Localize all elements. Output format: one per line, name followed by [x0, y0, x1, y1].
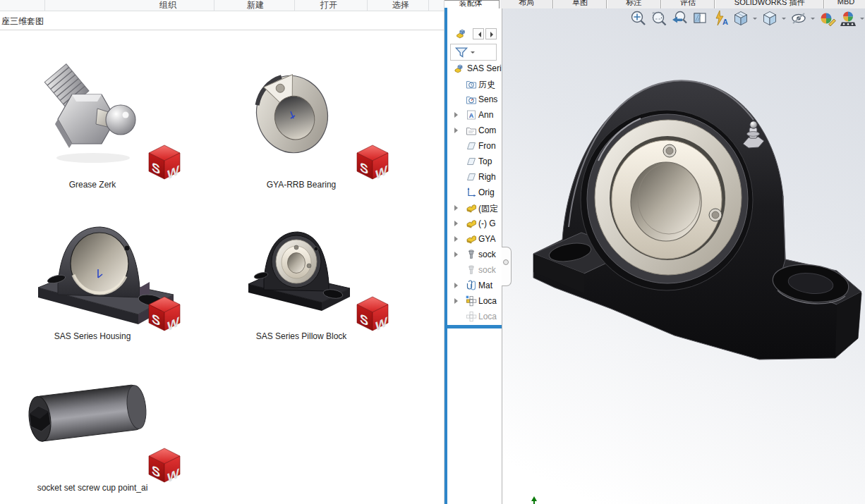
filter-funnel-icon [454, 46, 468, 59]
solidworks-file-badge: S W [147, 296, 182, 331]
tree-item-history[interactable]: 历史 [447, 76, 502, 92]
tree-item-right-plane[interactable]: Righ [447, 169, 502, 185]
set-screw-thumbnail [24, 364, 154, 464]
select-menu[interactable]: 选择 [392, 0, 409, 11]
pattern-icon [466, 311, 477, 322]
tree-item-annotations[interactable]: A Ann [447, 107, 502, 123]
toolbar-separator [428, 0, 429, 11]
reference-triad-icon [526, 496, 542, 504]
comments-folder-icon [466, 125, 477, 136]
tree-item-top-plane[interactable]: Top [447, 154, 502, 169]
file-name: SAS Series Housing [0, 331, 191, 341]
screw-icon [466, 249, 477, 260]
previous-view-icon[interactable] [670, 9, 689, 27]
bearing-thumbnail [251, 68, 334, 158]
assembly-icon [455, 27, 468, 39]
pillow-block-3d-model [505, 55, 865, 386]
tab-mbd[interactable]: MBD [824, 0, 865, 8]
open-menu[interactable]: 打开 [320, 0, 337, 11]
tree-filter[interactable] [450, 44, 497, 61]
tab-solidworks-addins[interactable]: SOLIDWORKS 插件 [715, 0, 824, 8]
apply-scene-icon[interactable] [839, 9, 857, 27]
tree-item-fixed-component[interactable]: (固定 [447, 200, 502, 216]
solidworks-file-badge: S W [147, 145, 182, 180]
svg-text:A: A [722, 18, 728, 26]
organize-menu[interactable]: 组织 [159, 0, 176, 11]
tree-item-gya-component[interactable]: GYA [447, 231, 502, 247]
tree-item-local-pattern-suppressed[interactable]: Loca [447, 309, 502, 324]
tree-tab-next-button[interactable] [485, 28, 497, 39]
tree-item-origin[interactable]: Orig [447, 185, 502, 200]
tab-sketch[interactable]: 草图 [553, 0, 607, 8]
expand-arrow-icon[interactable] [454, 236, 461, 242]
section-view-icon[interactable] [691, 9, 709, 27]
solidworks-file-badge: S W [147, 448, 182, 483]
view-orientation-dropdown[interactable] [752, 9, 758, 27]
hide-show-items-dropdown[interactable] [810, 9, 816, 27]
tree-item-socket-screw-suppressed[interactable]: sock [447, 262, 502, 278]
assembly-icon [454, 63, 465, 74]
heads-up-view-toolbar: A [629, 9, 865, 27]
hide-show-items-icon[interactable] [790, 9, 808, 27]
annotations-icon: A [466, 109, 477, 121]
flyout-grip-icon [503, 259, 509, 265]
screw-icon [466, 264, 477, 276]
tree-item-assembly-root[interactable]: SAS Seri [447, 61, 502, 76]
file-name: socket set screw cup point_ai [0, 483, 191, 493]
folder-header: 座三维套图 [0, 11, 444, 30]
expand-arrow-icon[interactable] [454, 112, 461, 118]
annotation-views-icon[interactable]: A [711, 9, 730, 27]
solidworks-window: 装配体 布局 草图 标注 评估 SOLIDWORKS 插件 MBD [444, 0, 865, 504]
file-name: Grease Zerk [0, 180, 191, 190]
file-name: GYA-RRB Bearing [202, 180, 400, 190]
tab-markup[interactable]: 标注 [607, 0, 660, 8]
plane-icon [466, 140, 477, 152]
toolbar-separator [294, 0, 295, 11]
plane-icon [466, 156, 477, 167]
edit-appearance-icon[interactable] [818, 9, 837, 27]
tree-item-component-g[interactable]: (-) G [447, 216, 502, 231]
file-name: SAS Series Pillow Block [202, 331, 400, 341]
tab-layout[interactable]: 布局 [500, 0, 553, 8]
panel-flyout-handle[interactable] [502, 247, 512, 286]
explorer-toolbar: 组织 新建 打开 选择 [0, 0, 444, 11]
tree-item-sensors[interactable]: Sens [447, 92, 502, 107]
zoom-to-fit-icon[interactable] [629, 9, 648, 27]
solidworks-file-badge: S W [355, 145, 390, 180]
window-edge [444, 8, 447, 504]
tree-item-local-pattern[interactable]: Loca [447, 293, 502, 309]
tree-item-socket-screw[interactable]: sock [447, 247, 502, 262]
svg-text:A: A [469, 112, 474, 119]
tab-assembly[interactable]: 装配体 [444, 0, 500, 8]
expand-arrow-icon[interactable] [454, 128, 461, 133]
expand-arrow-icon[interactable] [454, 221, 461, 226]
tree-item-comments[interactable]: Com [447, 123, 502, 138]
display-style-icon[interactable] [761, 9, 779, 27]
tab-evaluate[interactable]: 评估 [661, 0, 715, 8]
zoom-to-area-icon[interactable] [650, 9, 668, 27]
expand-arrow-icon[interactable] [454, 205, 461, 211]
apply-scene-dropdown[interactable] [859, 9, 865, 27]
tree-tab-previous-button[interactable] [473, 28, 484, 39]
part-icon [466, 233, 477, 245]
pattern-icon [466, 295, 477, 307]
screen: 组织 新建 打开 选择 座三维套图 [0, 0, 865, 504]
view-orientation-icon[interactable] [732, 9, 750, 27]
tree-item-front-plane[interactable]: Fron [447, 138, 502, 154]
new-menu[interactable]: 新建 [247, 0, 264, 11]
expand-arrow-icon[interactable] [454, 298, 461, 304]
display-style-dropdown[interactable] [781, 9, 787, 27]
tree-item-mates[interactable]: Mat [447, 278, 502, 293]
toolbar-separator [44, 0, 45, 11]
origin-icon [466, 187, 477, 198]
sensors-folder-icon [466, 94, 477, 105]
tree-panel-splitter[interactable] [447, 325, 502, 328]
file-explorer-panel: 组织 新建 打开 选择 座三维套图 [0, 0, 444, 504]
solidworks-file-badge: S W [355, 296, 390, 331]
feature-manager-panel: SAS Seri 历史 Sens A Ann Com F [447, 8, 502, 504]
toolbar-separator [214, 0, 214, 11]
part-icon [466, 202, 477, 214]
mates-icon [466, 280, 477, 291]
expand-arrow-icon[interactable] [454, 252, 461, 257]
expand-arrow-icon[interactable] [454, 283, 461, 288]
